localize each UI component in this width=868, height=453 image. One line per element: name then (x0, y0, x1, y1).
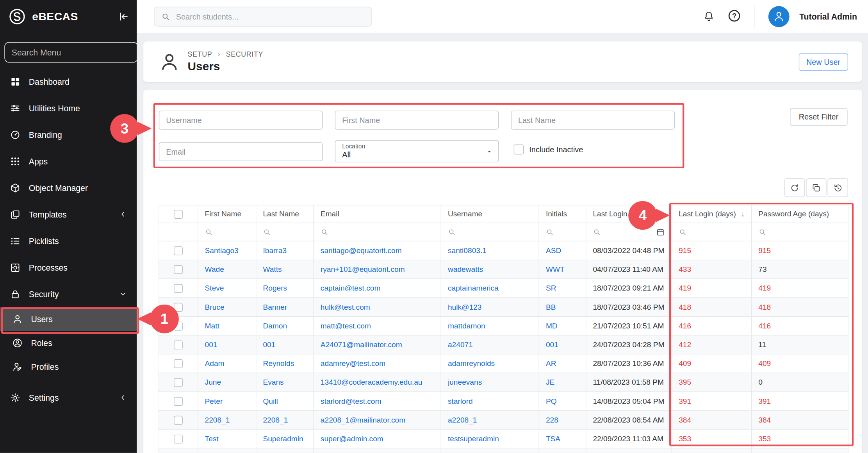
filter-cell-username[interactable] (441, 223, 539, 241)
include-inactive[interactable]: Include Inactive (514, 144, 583, 155)
copy-button[interactable] (806, 178, 826, 197)
cell-last-name[interactable]: 001 (256, 335, 314, 354)
cell-username[interactable]: hulk@123 (441, 298, 539, 316)
cell-last-name[interactable]: Rogers (256, 279, 314, 298)
filter-last-name-input[interactable] (511, 111, 675, 130)
breadcrumb-setup[interactable]: SETUP (188, 50, 212, 58)
cell-last-name[interactable]: 2208_1 (256, 410, 314, 429)
filter-first-name-input[interactable] (335, 111, 499, 130)
cell-first-name[interactable]: Peter (198, 392, 256, 410)
cell-last-name[interactable]: Damon (256, 316, 314, 335)
cell-username[interactable]: starlord (441, 392, 539, 410)
sidebar-item-utilities-home[interactable]: Utilities Home (0, 95, 137, 121)
row-checkbox[interactable] (173, 416, 182, 424)
column-header-first-name[interactable]: First Name (198, 205, 256, 223)
avatar[interactable] (768, 6, 790, 27)
notifications-bell-icon[interactable] (703, 11, 715, 22)
column-header-username[interactable]: Username (441, 205, 539, 223)
cell-first-name[interactable]: Santiago3 (198, 241, 256, 260)
cell-initials[interactable]: AR (539, 354, 586, 373)
sort-desc-icon[interactable]: ↓ (741, 210, 745, 218)
cell-first-name[interactable]: Wade (198, 260, 256, 279)
cell-last-name[interactable]: Superadmin (256, 429, 314, 448)
cell-initials[interactable]: TSA (539, 429, 586, 448)
cell-initials[interactable]: BB (539, 298, 586, 316)
column-header-last-name[interactable]: Last Name (256, 205, 314, 223)
filter-cell-first-name[interactable] (198, 223, 256, 241)
select-all-checkbox[interactable] (173, 210, 182, 219)
row-checkbox[interactable] (173, 265, 182, 274)
column-header-last-login[interactable]: Last Login (586, 205, 672, 223)
menu-search-input[interactable] (4, 42, 138, 62)
sidebar-item-roles[interactable]: Roles (0, 331, 137, 355)
cell-first-name[interactable]: June (198, 373, 256, 392)
filter-cell-last-name[interactable] (256, 223, 314, 241)
sidebar-item-picklists[interactable]: Picklists (0, 228, 137, 254)
column-header-initials[interactable]: Initials (539, 205, 586, 223)
cell-username[interactable]: juneevans (441, 373, 539, 392)
row-checkbox[interactable] (173, 303, 182, 312)
cell-email[interactable]: santiago@equatorit.com (314, 241, 441, 260)
cell-last-name[interactable]: Ibarra3 (256, 241, 314, 260)
filter-cell-password-age-days[interactable] (752, 223, 849, 241)
cell-email[interactable]: a2208_1@mailinator.com (314, 410, 441, 429)
cell-initials[interactable]: 228 (539, 410, 586, 429)
cell-first-name[interactable]: 2208_1 (198, 410, 256, 429)
sidebar-item-profiles[interactable]: Profiles (0, 355, 137, 379)
column-header-last-login-days[interactable]: Last Login (days)↓ (672, 205, 751, 223)
cell-initials[interactable]: JE (539, 373, 586, 392)
cell-username[interactable]: mattdamon (441, 316, 539, 335)
refresh-button[interactable] (784, 178, 805, 197)
cell-username[interactable]: captainamerica (441, 279, 539, 298)
row-checkbox[interactable] (173, 321, 182, 330)
cell-email[interactable]: super@admin.com (314, 429, 441, 448)
sidebar-item-apps[interactable]: Apps (0, 148, 137, 175)
row-checkbox[interactable] (173, 378, 182, 387)
sidebar-item-templates[interactable]: Templates (0, 201, 137, 228)
student-search[interactable] (154, 7, 372, 27)
cell-initials[interactable]: SR (539, 279, 586, 298)
cell-first-name[interactable]: 001 (198, 335, 256, 354)
row-checkbox[interactable] (173, 284, 182, 293)
cell-first-name[interactable]: Steve (198, 279, 256, 298)
sidebar-item-branding[interactable]: Branding (0, 121, 137, 148)
row-checkbox[interactable] (173, 434, 182, 443)
filter-email-input[interactable] (159, 142, 323, 161)
cell-username[interactable]: a2208_1 (441, 410, 539, 429)
cell-username[interactable]: testsuperadmin (441, 429, 539, 448)
location-select[interactable]: Location All (335, 140, 499, 162)
cell-last-name[interactable]: Evans (256, 373, 314, 392)
sidebar-item-processes[interactable]: Processes (0, 254, 137, 281)
cell-email[interactable]: A24071@mailinator.com (314, 335, 441, 354)
sidebar-item-dashboard[interactable]: Dashboard (0, 68, 137, 95)
include-inactive-checkbox[interactable] (514, 144, 524, 155)
cell-username[interactable]: santi0803.1 (441, 241, 539, 260)
sidebar-collapse-icon[interactable] (118, 11, 129, 22)
cell-last-name[interactable]: Banner (256, 298, 314, 316)
sidebar-item-settings[interactable]: Settings (0, 384, 137, 411)
breadcrumb-security[interactable]: SECURITY (226, 50, 263, 58)
restore-button[interactable] (828, 178, 848, 197)
row-checkbox[interactable] (173, 359, 182, 368)
cell-email[interactable]: captain@test.com (314, 279, 441, 298)
cell-username[interactable]: wadewatts (441, 260, 539, 279)
filter-cell-email[interactable] (314, 223, 441, 241)
filter-cell-initials[interactable] (539, 223, 586, 241)
cell-initials[interactable]: WWT (539, 260, 586, 279)
cell-initials[interactable]: MD (539, 316, 586, 335)
cell-email[interactable]: matt@test.com (314, 316, 441, 335)
cell-last-name[interactable]: Reynolds (256, 354, 314, 373)
column-header-email[interactable]: Email (314, 205, 441, 223)
filter-cell-last-login[interactable] (586, 223, 672, 241)
sidebar-item-users[interactable]: Users (0, 307, 137, 331)
calendar-icon[interactable] (656, 228, 665, 237)
cell-last-name[interactable]: Watts (256, 260, 314, 279)
cell-username[interactable]: a24071 (441, 335, 539, 354)
row-checkbox[interactable] (173, 246, 182, 255)
cell-first-name[interactable]: Bruce (198, 298, 256, 316)
cell-initials[interactable]: ASD (539, 241, 586, 260)
cell-first-name[interactable]: Matt (198, 316, 256, 335)
cell-email[interactable]: adamrey@test.com (314, 354, 441, 373)
cell-email[interactable]: 13410@coderacademy.edu.au (314, 373, 441, 392)
cell-username[interactable]: adamreynolds (441, 354, 539, 373)
